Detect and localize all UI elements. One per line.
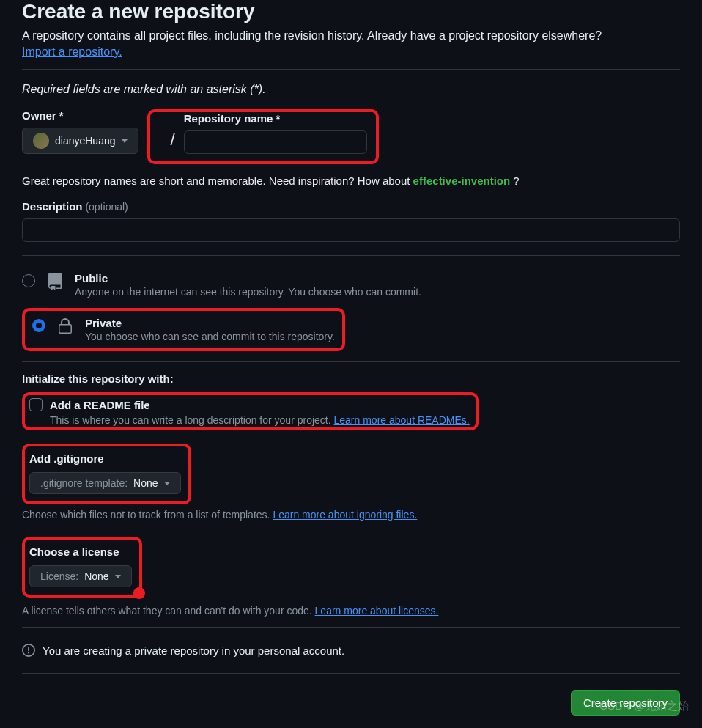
gitignore-learn-more-link[interactable]: Learn more about ignoring files.: [273, 509, 417, 521]
description-optional: (optional): [85, 201, 128, 213]
name-hint: Great repository names are short and mem…: [22, 174, 680, 187]
gitignore-dropdown[interactable]: .gitignore template: None: [29, 472, 181, 494]
gitignore-value: None: [133, 477, 158, 489]
highlight-connector: [133, 587, 145, 599]
divider: [22, 69, 680, 70]
page-subtitle: A repository contains all project files,…: [22, 29, 680, 43]
owner-dropdown[interactable]: dianyeHuang: [22, 128, 138, 154]
readme-desc: This is where you can write a long descr…: [50, 414, 334, 426]
repo-name-input[interactable]: [184, 130, 367, 154]
license-prefix: License:: [40, 570, 78, 582]
visibility-public-row[interactable]: Public Anyone on the internet can see th…: [22, 266, 680, 308]
chevron-down-icon: [164, 482, 170, 485]
info-icon: [22, 644, 35, 657]
description-input[interactable]: [22, 218, 680, 242]
divider: [22, 673, 680, 674]
lock-icon: [56, 317, 75, 335]
readme-label: Add a README file: [50, 399, 150, 411]
highlight-readme: Add a README file This is where you can …: [22, 392, 479, 430]
chevron-down-icon: [115, 575, 121, 578]
import-repository-link[interactable]: Import a repository.: [22, 45, 122, 58]
highlight-gitignore: Add .gitignore .gitignore template: None: [22, 444, 191, 504]
slash-separator: /: [171, 130, 175, 150]
private-desc: You choose who can see and commit to thi…: [85, 331, 335, 342]
description-label: Description: [22, 200, 83, 213]
gitignore-desc: Choose which files not to track from a l…: [22, 509, 273, 521]
visibility-private-row[interactable]: Private You choose who can see and commi…: [32, 315, 335, 344]
public-desc: Anyone on the internet can see this repo…: [75, 286, 421, 298]
readme-learn-more-link[interactable]: Learn more about READMEs.: [334, 414, 470, 426]
license-heading: Choose a license: [29, 545, 132, 558]
divider: [22, 627, 680, 628]
divider: [22, 361, 680, 362]
highlight-license: Choose a license License: None: [22, 537, 142, 598]
avatar: [33, 133, 49, 149]
repo-icon: [45, 272, 64, 290]
license-dropdown[interactable]: License: None: [29, 565, 132, 587]
page-title: Create a new repository: [22, 0, 680, 23]
repo-name-label: Repository name *: [184, 112, 367, 125]
license-desc: A license tells others what they can and…: [22, 605, 315, 617]
highlight-repo-name: / Repository name *: [147, 109, 379, 164]
required-fields-note: Required fields are marked with an aster…: [22, 83, 680, 96]
readme-checkbox[interactable]: [29, 398, 43, 411]
suggested-name[interactable]: effective-invention: [413, 174, 511, 187]
radio-public[interactable]: [22, 274, 35, 287]
owner-label: Owner *: [22, 109, 138, 122]
divider: [22, 255, 680, 256]
initialize-heading: Initialize this repository with:: [22, 372, 680, 385]
create-repository-button[interactable]: Create repository: [571, 690, 680, 716]
public-title: Public: [75, 272, 421, 284]
owner-value: dianyeHuang: [55, 135, 116, 147]
gitignore-heading: Add .gitignore: [29, 452, 181, 465]
chevron-down-icon: [122, 139, 128, 143]
license-value: None: [84, 570, 108, 582]
info-banner: You are creating a private repository in…: [22, 638, 680, 663]
highlight-private: Private You choose who can see and commi…: [22, 308, 345, 351]
license-learn-more-link[interactable]: Learn more about licenses.: [315, 605, 439, 617]
info-text: You are creating a private repository in…: [43, 644, 344, 657]
radio-private[interactable]: [32, 319, 45, 332]
gitignore-prefix: .gitignore template:: [40, 477, 128, 489]
private-title: Private: [85, 317, 335, 329]
